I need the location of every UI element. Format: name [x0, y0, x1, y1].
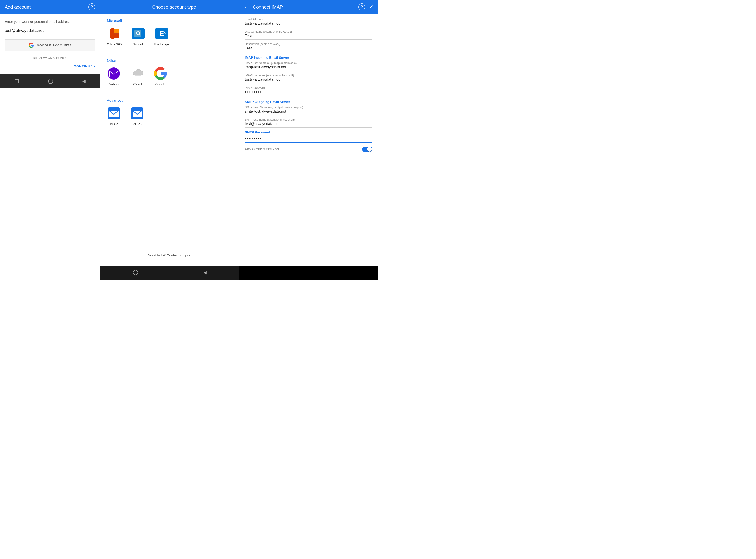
center-back-nav-icon[interactable]: ◀: [203, 270, 206, 275]
advanced-settings-label: ADVANCED SETTINGS: [245, 148, 279, 151]
outlook-label: Outlook: [132, 42, 143, 46]
imap-icon: [107, 106, 121, 120]
google-g-icon: [28, 42, 34, 48]
google-item[interactable]: Google: [154, 67, 168, 86]
smtp-username-value[interactable]: test@alwaysdata.net: [245, 122, 373, 128]
imap-label: IMAP: [110, 122, 118, 126]
imap-username-field: IMAP Username (example: mike.rosoft) tes…: [245, 74, 373, 83]
icloud-label: iCloud: [133, 82, 142, 86]
advanced-settings-toggle[interactable]: [362, 147, 372, 152]
need-help-text[interactable]: Need help? Contact support: [107, 249, 232, 261]
choose-account-header: ← Choose account type: [100, 0, 239, 14]
continue-row: CONTINUE ›: [5, 60, 95, 69]
imap-host-field: IMAP Host Name (e.g. imap.domain.com) im…: [245, 61, 373, 71]
imap-password-label: IMAP Password: [245, 86, 373, 89]
exchange-item[interactable]: E x Exchange: [154, 27, 169, 46]
yahoo-icon: [107, 67, 121, 81]
connect-imap-panel: Email Address test@alwaysdata.net Displa…: [239, 14, 378, 280]
bottom-nav-left: ◀: [0, 74, 100, 88]
icloud-item[interactable]: iCloud: [130, 67, 144, 86]
svg-rect-2: [114, 29, 119, 33]
choose-account-content: Microsoft Office 365: [100, 14, 239, 266]
connect-imap-content: Email Address test@alwaysdata.net Displa…: [239, 14, 378, 266]
add-account-header: Add account ?: [0, 0, 100, 14]
advanced-settings-row: ADVANCED SETTINGS: [245, 147, 373, 152]
svg-text:O: O: [136, 30, 140, 36]
email-address-value[interactable]: test@alwaysdata.net: [245, 21, 373, 27]
connect-imap-header: ← Connect IMAP ? ✓: [239, 0, 378, 14]
smtp-password-value[interactable]: ••••••••: [245, 136, 373, 143]
add-account-subtitle: Enter your work or personal email addres…: [5, 20, 95, 24]
email-address-label: Email Address: [245, 18, 373, 21]
center-home-icon[interactable]: [133, 270, 138, 275]
imap-item[interactable]: IMAP: [107, 106, 121, 126]
divider-other-advanced: [107, 93, 232, 94]
imap-username-value[interactable]: test@alwaysdata.net: [245, 77, 373, 83]
smtp-host-field: SMTP Host Name (e.g. smtp.domain.com:por…: [245, 106, 373, 115]
imap-host-value[interactable]: imap-test.alwaysdata.net: [245, 65, 373, 71]
smtp-host-value[interactable]: smtp-test.alwaysdata.net: [245, 109, 373, 115]
connect-imap-help-icon[interactable]: ?: [358, 3, 365, 10]
exchange-label: Exchange: [154, 42, 169, 46]
add-account-help-icon[interactable]: ?: [88, 3, 95, 10]
add-account-panel: Enter your work or personal email addres…: [0, 14, 100, 280]
connect-imap-title: Connect IMAP: [253, 4, 283, 10]
display-name-value[interactable]: Test: [245, 34, 373, 40]
imap-host-label: IMAP Host Name (e.g. imap.domain.com): [245, 61, 373, 65]
stop-icon[interactable]: [15, 79, 19, 83]
back-nav-icon[interactable]: ◀: [82, 79, 86, 84]
advanced-icons-row: IMAP POP3: [107, 106, 232, 126]
description-value[interactable]: Test: [245, 46, 373, 52]
email-input[interactable]: test@alwaysdata.net: [5, 28, 95, 35]
continue-button[interactable]: CONTINUE ›: [74, 64, 95, 69]
bottom-nav-right: [239, 266, 378, 280]
other-section-label: Other: [107, 59, 232, 63]
choose-account-back-icon[interactable]: ←: [143, 4, 149, 10]
office365-label: Office 365: [107, 42, 122, 46]
connect-imap-back-icon[interactable]: ←: [244, 4, 249, 10]
imap-password-value[interactable]: ••••••••: [245, 90, 373, 96]
imap-password-field: IMAP Password ••••••••: [245, 86, 373, 96]
imap-header-actions: ? ✓: [358, 3, 373, 10]
outlook-item[interactable]: O Outlook: [131, 27, 145, 46]
add-account-content: Enter your work or personal email addres…: [0, 14, 100, 74]
svg-rect-4: [114, 33, 119, 34]
connect-imap-check-icon[interactable]: ✓: [369, 4, 373, 10]
top-bars: Add account ? ← Choose account type ← Co…: [0, 0, 378, 14]
panels-row: Enter your work or personal email addres…: [0, 14, 378, 280]
icloud-icon: [130, 67, 144, 81]
yahoo-item[interactable]: Yahoo: [107, 67, 121, 86]
email-address-field: Email Address test@alwaysdata.net: [245, 18, 373, 27]
pop3-icon: [130, 106, 144, 120]
display-name-label: Display Name (example: Mike Rosoft): [245, 30, 373, 33]
smtp-password-field: SMTP Password ••••••••: [245, 130, 373, 143]
office365-icon: [107, 27, 121, 41]
advanced-section-label: Advanced: [107, 98, 232, 103]
description-label: Description (example: Work): [245, 42, 373, 46]
svg-text:x: x: [163, 30, 166, 35]
bottom-nav-center: ◀: [100, 266, 239, 280]
yahoo-label: Yahoo: [109, 82, 118, 86]
home-icon[interactable]: [48, 79, 53, 84]
description-field: Description (example: Work) Test: [245, 42, 373, 52]
microsoft-icons-row: Office 365 O Outlook E x: [107, 27, 232, 46]
google-label: Google: [155, 82, 166, 86]
smtp-password-section-label: SMTP Password: [245, 130, 373, 134]
pop3-item[interactable]: POP3: [130, 106, 144, 126]
choose-account-panel: Microsoft Office 365: [100, 14, 239, 280]
google-icon: [154, 67, 168, 81]
smtp-host-label: SMTP Host Name (e.g. smtp.domain.com:por…: [245, 106, 373, 109]
smtp-username-field: SMTP Username (example: mike.rosoft) tes…: [245, 118, 373, 128]
outlook-icon: O: [131, 27, 145, 41]
office365-item[interactable]: Office 365: [107, 27, 122, 46]
microsoft-section-label: Microsoft: [107, 19, 232, 23]
google-accounts-button[interactable]: GOOGLE ACCOUNTS: [5, 40, 95, 51]
smtp-section-header: SMTP Outgoing Email Server: [245, 100, 373, 104]
toggle-thumb: [367, 147, 372, 152]
privacy-terms[interactable]: PRIVACY AND TERMS: [5, 57, 95, 60]
imap-username-label: IMAP Username (example: mike.rosoft): [245, 74, 373, 77]
add-account-title: Add account: [5, 4, 30, 10]
google-accounts-label: GOOGLE ACCOUNTS: [37, 44, 72, 47]
svg-rect-3: [114, 33, 119, 38]
pop3-label: POP3: [133, 122, 141, 126]
